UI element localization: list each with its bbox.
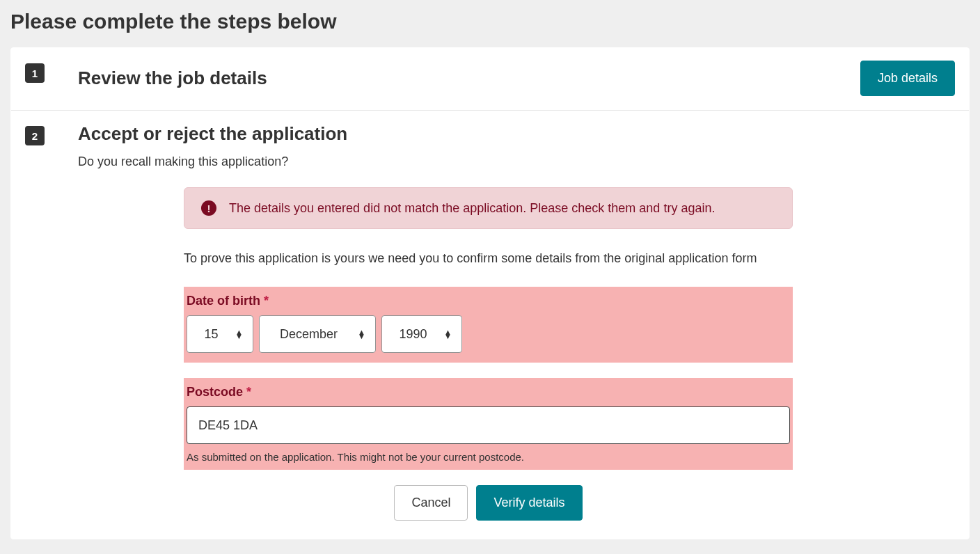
updown-icon: ▲▼ <box>358 330 375 338</box>
step-2: 2 Accept or reject the application Do yo… <box>11 110 969 539</box>
step-2-title: Accept or reject the application <box>78 123 347 145</box>
step-2-subtitle: Do you recall making this application? <box>78 155 955 169</box>
verify-details-button[interactable]: Verify details <box>476 485 582 521</box>
postcode-field: Postcode * As submitted on the applicati… <box>184 378 793 470</box>
dob-day-value: 15 <box>187 327 235 342</box>
dob-year-select[interactable]: 1990 ▲▼ <box>381 315 462 353</box>
step-number-badge: 2 <box>25 126 45 145</box>
updown-icon: ▲▼ <box>444 330 461 338</box>
postcode-help: As submitted on the application. This mi… <box>187 444 790 464</box>
dob-year-value: 1990 <box>382 327 444 342</box>
error-alert-text: The details you entered did not match th… <box>229 201 715 216</box>
required-marker: * <box>246 385 251 399</box>
job-details-button[interactable]: Job details <box>860 61 955 96</box>
step-1-title: Review the job details <box>78 68 267 89</box>
steps-card: 1 Review the job details Job details 2 A… <box>10 47 970 539</box>
required-marker: * <box>264 294 269 308</box>
exclamation-icon: ! <box>201 200 216 216</box>
step-number-badge: 1 <box>25 63 45 83</box>
dob-day-select[interactable]: 15 ▲▼ <box>187 315 253 353</box>
page-title: Please complete the steps below <box>10 0 970 47</box>
postcode-label: Postcode * <box>187 382 790 406</box>
dob-field: Date of birth * 15 ▲▼ December ▲▼ <box>184 287 793 363</box>
dob-month-value: December <box>260 327 358 342</box>
postcode-input[interactable] <box>187 406 790 444</box>
step-1: 1 Review the job details Job details <box>11 48 969 110</box>
form-intro: To prove this application is yours we ne… <box>184 251 793 266</box>
updown-icon: ▲▼ <box>235 330 253 338</box>
dob-month-select[interactable]: December ▲▼ <box>259 315 376 353</box>
dob-label: Date of birth * <box>187 291 790 315</box>
form-actions: Cancel Verify details <box>184 485 793 521</box>
error-alert: ! The details you entered did not match … <box>184 187 793 229</box>
cancel-button[interactable]: Cancel <box>394 485 468 521</box>
